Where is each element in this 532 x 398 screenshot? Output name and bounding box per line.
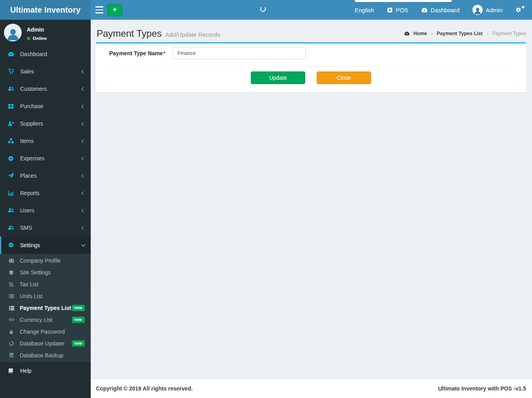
minus-circle-icon (8, 156, 17, 161)
chevron-left-icon (82, 139, 86, 143)
chevron-left-icon (82, 156, 86, 160)
submenu-item-change-password[interactable]: Change Password (0, 326, 91, 338)
breadcrumb-current: Payment Types (492, 31, 526, 36)
submenu-item-site-settings[interactable]: Site Settings (0, 267, 91, 278)
user-name: Admin (27, 26, 47, 33)
breadcrumb-parent[interactable]: Payment Types List (437, 31, 482, 36)
list-icon (9, 305, 17, 311)
submenu-item-units-list[interactable]: Units List (0, 290, 91, 302)
payment-type-name-input[interactable] (172, 47, 306, 59)
new-badge: new (72, 340, 85, 347)
chevron-left-icon (82, 122, 86, 126)
circle-notch-icon (9, 341, 17, 346)
home-icon (404, 31, 410, 36)
sidebar-item-settings[interactable]: Settings (0, 237, 91, 254)
users-icon (8, 207, 17, 214)
chevron-left-icon (82, 87, 86, 91)
quick-add-button[interactable]: + (107, 4, 122, 16)
breadcrumb-home[interactable]: Home (413, 31, 427, 36)
settings-gears-icon[interactable] (515, 6, 525, 14)
grid-icon (8, 103, 17, 109)
paper-plane-icon (8, 173, 17, 179)
gauge-icon (421, 7, 428, 13)
new-badge: new (72, 305, 85, 311)
main-content: Payment Types Add/Update Records Home > … (91, 20, 532, 378)
submenu-item-tax-list[interactable]: Tax List (0, 278, 91, 290)
page-title: Payment Types (97, 28, 162, 39)
chevron-down-icon (82, 242, 86, 246)
user-avatar (4, 24, 22, 41)
page-footer: Copyright © 2019 All rights reserved. Ul… (91, 378, 532, 398)
user-status: Online (27, 36, 47, 41)
user-plus-icon (8, 120, 17, 127)
cubes-icon (8, 138, 17, 144)
chevron-left-icon (82, 104, 86, 108)
plus-icon: + (113, 6, 117, 13)
window-artifact (355, 0, 452, 2)
book-icon (8, 368, 17, 374)
sidebar-item-places[interactable]: Places (0, 167, 91, 184)
gauge-icon (8, 51, 17, 57)
list-icon (9, 293, 17, 299)
breadcrumb: Home > Payment Types List > Payment Type… (404, 31, 526, 36)
sidebar-item-sms[interactable]: SMS (0, 219, 91, 237)
pos-link[interactable]: POS (387, 7, 408, 13)
sidebar-item-dashboard[interactable]: Dashboard (0, 45, 91, 63)
bar-chart-icon (8, 190, 17, 196)
sidebar-item-reports[interactable]: Reports (0, 184, 91, 202)
payment-type-name-label: Payment Type Name* (109, 50, 172, 56)
online-dot-icon (27, 37, 30, 40)
breadcrumb-separator: > (431, 31, 433, 36)
sidebar-user-panel: Admin Online (0, 20, 91, 45)
dashboard-link[interactable]: Dashboard (421, 7, 459, 13)
new-badge: new (72, 317, 85, 323)
spinner-icon (260, 6, 266, 12)
chevron-left-icon (82, 191, 86, 195)
version-text: Ultimate Inventory with POS -v1.5 (438, 385, 526, 392)
gear-icon (8, 242, 17, 248)
sidebar-item-suppliers[interactable]: Suppliers (0, 115, 91, 132)
sidebar-item-users[interactable]: Users (0, 202, 91, 219)
top-navbar: + English POS Dashboard Admin (91, 0, 532, 20)
submenu-item-payment-types-list[interactable]: Payment Types List new (0, 302, 91, 314)
briefcase-icon (9, 258, 17, 263)
submenu-item-database-updater[interactable]: Database Updater new (0, 338, 91, 349)
user-menu[interactable]: Admin (472, 5, 502, 15)
chevron-left-icon (82, 69, 86, 73)
sidebar-item-help[interactable]: Help (0, 362, 91, 379)
sidebar-item-sales[interactable]: Sales (0, 63, 91, 80)
update-button[interactable]: Update (251, 71, 305, 84)
sidebar-toggle-icon[interactable] (95, 6, 103, 13)
chevron-left-icon (82, 226, 86, 230)
settings-submenu: Company Profile Site Settings Tax List U… (0, 254, 91, 362)
sidebar: Admin Online Dashboard Sales Customers P… (0, 20, 91, 398)
page-subtitle: Add/Update Records (165, 31, 220, 38)
percent-icon (9, 282, 17, 287)
submenu-item-currency-list[interactable]: Currency List new (0, 314, 91, 326)
avatar-icon (472, 5, 483, 15)
diamonds-icon (9, 317, 17, 323)
copyright-text: Copyright © 2019 All rights reserved. (96, 385, 193, 392)
app-title: Ultimate Inventory (10, 6, 80, 15)
lock-icon (9, 329, 17, 334)
database-icon (9, 353, 17, 358)
users-icon (8, 225, 17, 231)
breadcrumb-separator: > (486, 31, 489, 36)
chevron-left-icon (82, 208, 86, 212)
submenu-item-database-backup[interactable]: Database Backup (0, 349, 91, 361)
app-logo[interactable]: Ultimate Inventory (0, 0, 91, 20)
close-button[interactable]: Close (317, 71, 371, 84)
shield-icon (9, 270, 17, 275)
chevron-left-icon (82, 174, 86, 178)
required-asterisk: * (163, 50, 165, 56)
cart-icon (8, 68, 17, 75)
sidebar-item-expenses[interactable]: Expenses (0, 150, 91, 167)
plus-square-icon (387, 7, 393, 13)
sidebar-item-items[interactable]: Items (0, 132, 91, 150)
sidebar-item-purchase[interactable]: Purchase (0, 98, 91, 115)
language-menu[interactable]: English (355, 7, 374, 13)
users-icon (8, 86, 17, 92)
sidebar-item-customers[interactable]: Customers (0, 80, 91, 98)
payment-type-form-card: Payment Type Name* Update Close (96, 42, 526, 92)
submenu-item-company-profile[interactable]: Company Profile (0, 255, 91, 267)
